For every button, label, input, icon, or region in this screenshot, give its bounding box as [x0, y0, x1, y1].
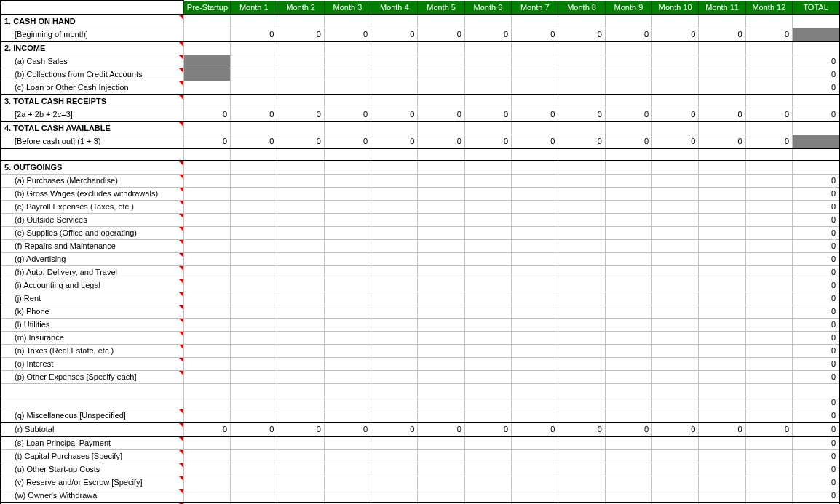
cell-month-11[interactable] — [699, 331, 745, 344]
comment-indicator-icon[interactable] — [179, 489, 183, 494]
cell-month-5[interactable]: 0 — [418, 28, 464, 41]
cell-month-7[interactable] — [512, 357, 558, 370]
cell-month-7[interactable] — [512, 161, 558, 175]
comment-indicator-icon[interactable] — [179, 476, 183, 481]
cell-month-2[interactable] — [277, 148, 324, 161]
cell-month-7[interactable] — [512, 252, 558, 265]
cell-month-5[interactable] — [418, 187, 464, 200]
cell-total[interactable]: 0 — [793, 305, 839, 318]
comment-indicator-icon[interactable] — [179, 175, 183, 179]
cell-month-12[interactable] — [745, 213, 792, 226]
cell-month-12[interactable] — [745, 489, 792, 503]
cell-month-4[interactable] — [371, 318, 418, 331]
cell-month-7[interactable] — [512, 344, 558, 357]
cell-month-4[interactable] — [371, 305, 418, 318]
cell-month-4[interactable] — [371, 489, 418, 503]
cell-total[interactable] — [793, 148, 839, 161]
cell-month-1[interactable] — [231, 55, 277, 68]
cell-month-8[interactable] — [558, 292, 605, 305]
cell-month-2[interactable] — [277, 318, 324, 331]
cell-month-1[interactable] — [231, 318, 277, 331]
cell-month-9[interactable]: 0 — [605, 423, 651, 436]
cell-month-7[interactable] — [512, 383, 558, 396]
cell-month-12[interactable]: 0 — [745, 28, 792, 41]
cell-month-11[interactable] — [699, 396, 745, 409]
cell-month-1[interactable] — [231, 463, 277, 476]
row-label[interactable]: (m) Insurance — [1, 331, 183, 344]
cell-month-6[interactable] — [464, 305, 511, 318]
cell-prestart[interactable] — [183, 357, 230, 370]
cell-month-10[interactable] — [652, 95, 699, 108]
cell-month-12[interactable] — [745, 331, 792, 344]
cell-month-9[interactable] — [605, 252, 651, 265]
cell-month-6[interactable] — [464, 344, 511, 357]
cell-month-7[interactable] — [512, 174, 558, 187]
cell-month-1[interactable] — [231, 174, 277, 187]
cell-month-5[interactable] — [418, 396, 464, 409]
cell-month-11[interactable] — [699, 226, 745, 239]
cell-month-9[interactable] — [605, 95, 651, 108]
cell-month-6[interactable] — [464, 200, 511, 213]
cell-month-8[interactable] — [558, 15, 605, 28]
cell-month-10[interactable]: 0 — [652, 28, 699, 41]
cell-month-12[interactable] — [745, 81, 792, 95]
cell-prestart[interactable] — [183, 370, 230, 383]
cell-month-7[interactable] — [512, 81, 558, 95]
cell-month-2[interactable] — [277, 344, 324, 357]
cell-month-9[interactable] — [605, 279, 651, 292]
cell-month-2[interactable] — [277, 396, 324, 409]
cell-month-8[interactable] — [558, 344, 605, 357]
cell-month-3[interactable] — [324, 174, 371, 187]
cell-month-11[interactable] — [699, 95, 745, 108]
cell-month-1[interactable] — [231, 187, 277, 200]
cell-month-3[interactable] — [324, 463, 371, 476]
cell-month-1[interactable] — [231, 148, 277, 161]
cell-month-3[interactable] — [324, 476, 371, 489]
cell-month-7[interactable] — [512, 436, 558, 450]
cell-month-4[interactable] — [371, 436, 418, 450]
cell-month-2[interactable] — [277, 187, 324, 200]
cell-month-1[interactable] — [231, 409, 277, 423]
row-label[interactable]: (a) Purchases (Merchandise) — [1, 174, 183, 187]
comment-indicator-icon[interactable] — [179, 201, 183, 205]
cell-month-2[interactable] — [277, 476, 324, 489]
row-label[interactable]: (u) Other Start-up Costs — [1, 463, 183, 476]
cell-total[interactable]: 0 — [793, 489, 839, 503]
cell-month-3[interactable] — [324, 396, 371, 409]
cell-month-8[interactable]: 0 — [558, 108, 605, 121]
cell-month-11[interactable] — [699, 292, 745, 305]
cell-month-9[interactable] — [605, 489, 651, 503]
cell-month-6[interactable]: 0 — [464, 135, 511, 148]
cell-month-9[interactable] — [605, 200, 651, 213]
cell-month-1[interactable] — [231, 344, 277, 357]
cell-month-5[interactable] — [418, 239, 464, 252]
cell-month-9[interactable] — [605, 292, 651, 305]
cell-month-1[interactable] — [231, 476, 277, 489]
cell-month-12[interactable] — [745, 174, 792, 187]
cell-total[interactable]: 0 — [793, 213, 839, 226]
cell-month-8[interactable] — [558, 463, 605, 476]
cell-prestart[interactable] — [183, 15, 230, 28]
cell-month-10[interactable] — [652, 161, 699, 175]
cell-month-1[interactable] — [231, 200, 277, 213]
cell-month-4[interactable] — [371, 226, 418, 239]
cell-month-9[interactable] — [605, 305, 651, 318]
cell-month-10[interactable] — [652, 81, 699, 95]
cell-month-12[interactable] — [745, 292, 792, 305]
cell-month-10[interactable] — [652, 226, 699, 239]
cell-total[interactable]: 0 — [793, 174, 839, 187]
cell-month-3[interactable] — [324, 148, 371, 161]
row-label[interactable]: (s) Loan Principal Payment — [1, 436, 183, 450]
cell-month-6[interactable] — [464, 81, 511, 95]
cell-prestart[interactable] — [183, 331, 230, 344]
cell-month-9[interactable]: 0 — [605, 135, 651, 148]
cell-month-11[interactable] — [699, 55, 745, 68]
cell-month-6[interactable] — [464, 279, 511, 292]
cell-month-11[interactable] — [699, 161, 745, 175]
comment-indicator-icon[interactable] — [179, 423, 183, 428]
cell-prestart[interactable] — [183, 449, 230, 463]
cell-month-9[interactable] — [605, 81, 651, 95]
cell-month-5[interactable] — [418, 449, 464, 463]
cell-month-12[interactable] — [745, 121, 792, 135]
cell-month-8[interactable] — [558, 305, 605, 318]
